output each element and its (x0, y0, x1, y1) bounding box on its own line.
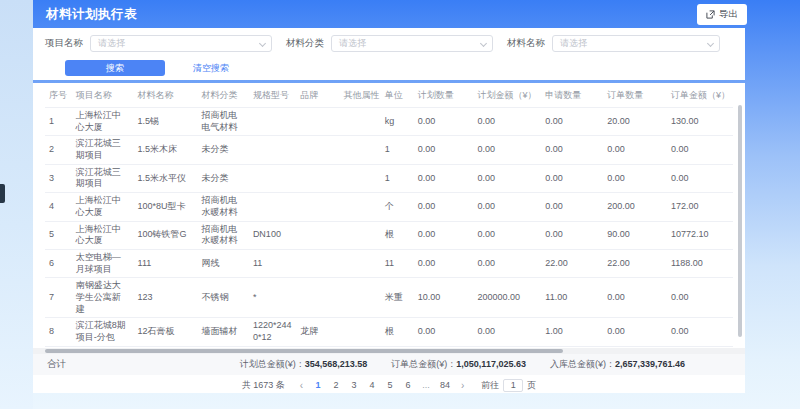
table-cell: 0.00 (473, 108, 541, 136)
table-cell (249, 193, 296, 221)
page-title: 材料计划执行表 (46, 6, 137, 23)
table-cell (340, 318, 381, 346)
column-header: 其他属性 (340, 83, 381, 108)
chevron-down-icon (259, 40, 266, 47)
table-cell: 墙面辅材 (197, 318, 248, 346)
table-cell: 123 (134, 278, 198, 318)
table-cell: 南钢盛达大学生公寓新建 (72, 278, 134, 318)
table-cell (296, 278, 339, 318)
table-cell: 0.00 (473, 318, 541, 346)
table-cell: 0.00 (473, 249, 541, 277)
table-header-row: 序号项目名称材料名称材料分类规格型号品牌其他属性单位计划数量计划金额（¥）申请数… (45, 83, 733, 108)
table-cell: 未分类 (197, 136, 248, 164)
table-cell: 太空电梯—月球项目 (72, 249, 134, 277)
page-button[interactable]: 2 (330, 380, 342, 390)
goto-page-input[interactable] (503, 379, 523, 392)
page-button[interactable]: 84 (438, 380, 452, 390)
export-button[interactable]: 导出 (697, 4, 747, 25)
table-cell: 招商机电 水暖材料 (197, 221, 248, 249)
page-button[interactable]: 6 (402, 380, 414, 390)
table-cell: 22.00 (541, 249, 603, 277)
vertical-scrollbar[interactable] (738, 105, 742, 337)
table-cell (249, 136, 296, 164)
page-number-list: 123456...84 (312, 380, 452, 390)
table-cell: 0.00 (414, 136, 474, 164)
filter-row: 项目名称 请选择 材料分类 请选择 材料名称 请选择 (45, 35, 733, 52)
next-page-button[interactable]: › (458, 380, 467, 391)
table-cell: 3 (45, 164, 72, 192)
table-cell (249, 164, 296, 192)
material-category-select[interactable]: 请选择 (331, 35, 493, 52)
table-cell: 130.00 (667, 108, 733, 136)
table-row: 6太空电梯—月球项目111网线11110.000.0022.0022.00118… (45, 249, 733, 277)
table-cell (296, 221, 339, 249)
table-cell: 1188.00 (667, 249, 733, 277)
table-cell: 0.00 (541, 221, 603, 249)
top-bar: 材料计划执行表 导出 (33, 0, 800, 28)
clear-search-link[interactable]: 清空搜索 (193, 62, 229, 75)
column-header: 单位 (381, 83, 414, 108)
column-header: 材料名称 (134, 83, 198, 108)
table-cell: 200000.00 (473, 278, 541, 318)
planned-total-amount: 计划总金额(¥)：354,568,213.58 (240, 358, 368, 371)
page-button[interactable]: 4 (366, 380, 378, 390)
project-name-placeholder: 请选择 (98, 37, 125, 50)
table-cell: 1 (45, 108, 72, 136)
table-body: 1上海松江中心大厦1.5锡招商机电 电气材料kg0.000.000.0020.0… (45, 108, 733, 375)
filter-material: 材料名称 请选择 (507, 35, 720, 52)
table-row: 3滨江花城三期项目1.5米水平仪未分类10.000.000.000.000.00 (45, 164, 733, 192)
column-header: 品牌 (296, 83, 339, 108)
table-cell: 20.00 (603, 108, 667, 136)
table-cell: 12石膏板 (134, 318, 198, 346)
horizontal-scrollbar-thumb[interactable] (45, 349, 563, 353)
pagination-bar: 共 1673 条 ‹ 123456...84 › 前往 页 (33, 377, 745, 393)
table-cell (249, 108, 296, 136)
column-header: 计划数量 (414, 83, 474, 108)
table-cell: 0.00 (473, 136, 541, 164)
table-panel: 序号项目名称材料名称材料分类规格型号品牌其他属性单位计划数量计划金额（¥）申请数… (33, 83, 745, 393)
table-cell: 滨江花城8期项目-分包 (72, 318, 134, 346)
table-cell: 7 (45, 278, 72, 318)
table-cell: 米重 (381, 278, 414, 318)
table-cell: 不锈钢 (197, 278, 248, 318)
table-cell: 0.00 (667, 164, 733, 192)
table-cell: DN100 (249, 221, 296, 249)
pagination-total: 共 1673 条 (242, 379, 285, 392)
page-button[interactable]: 5 (384, 380, 396, 390)
material-category-placeholder: 请选择 (339, 37, 366, 50)
page-button[interactable]: ... (420, 380, 432, 390)
table-cell: 1.5米木床 (134, 136, 198, 164)
export-button-label: 导出 (719, 8, 738, 21)
app-window: 材料计划执行表 导出 项目名称 请选择 材料分类 请选择 (0, 0, 800, 409)
table-cell (340, 193, 381, 221)
table-cell (340, 249, 381, 277)
sidebar-expand-handle[interactable] (0, 184, 5, 203)
inbound-total-amount: 入库总金额(¥)：2,657,339,761.46 (550, 358, 685, 371)
filter-panel: 项目名称 请选择 材料分类 请选择 材料名称 请选择 (33, 28, 745, 80)
project-name-select[interactable]: 请选择 (90, 35, 272, 52)
table-cell: 0.00 (473, 193, 541, 221)
goto-page-group: 前往 页 (481, 379, 536, 392)
material-name-select[interactable]: 请选择 (552, 35, 720, 52)
table-cell: 个 (381, 193, 414, 221)
table-cell: 龙牌 (296, 318, 339, 346)
column-header: 申请数量 (541, 83, 603, 108)
table-row: 7南钢盛达大学生公寓新建123不锈钢*米重10.00200000.0011.00… (45, 278, 733, 318)
filter-category: 材料分类 请选择 (286, 35, 493, 52)
table-cell: 0.00 (414, 193, 474, 221)
export-icon (706, 10, 715, 19)
table-cell: 滨江花城三期项目 (72, 136, 134, 164)
page-button[interactable]: 3 (348, 380, 360, 390)
table-cell (340, 278, 381, 318)
material-name-label: 材料名称 (507, 37, 545, 50)
table-cell: 100铸铁管G (134, 221, 198, 249)
prev-page-button[interactable]: ‹ (297, 380, 306, 391)
column-header: 订单数量 (603, 83, 667, 108)
table-cell: 6 (45, 249, 72, 277)
table-cell: 0.00 (603, 136, 667, 164)
table-row: 2滨江花城三期项目1.5米木床未分类10.000.000.000.000.00 (45, 136, 733, 164)
order-total-amount: 订单总金额(¥)：1,050,117,025.63 (391, 358, 526, 371)
page-button[interactable]: 1 (312, 380, 324, 390)
search-button[interactable]: 搜索 (65, 60, 165, 76)
table-cell (340, 136, 381, 164)
